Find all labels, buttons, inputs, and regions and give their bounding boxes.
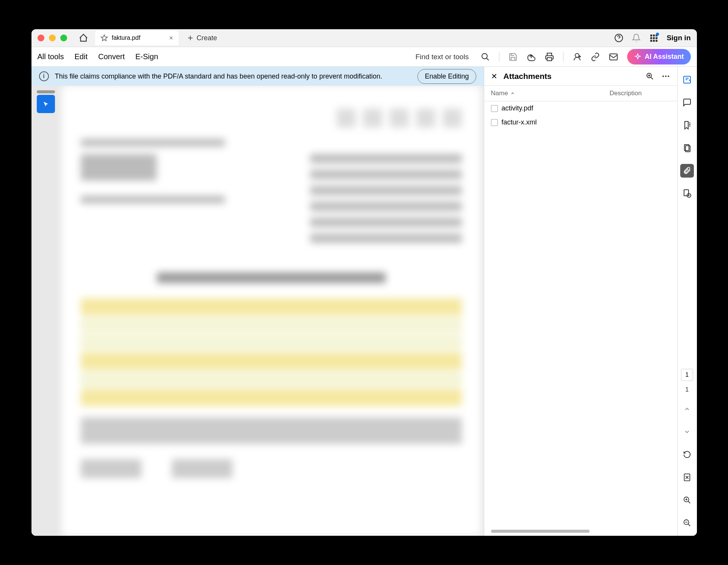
svg-rect-1	[650, 35, 652, 36]
menu-edit[interactable]: Edit	[75, 52, 88, 61]
plus-icon	[187, 35, 194, 41]
svg-rect-9	[656, 40, 657, 42]
create-label: Create	[197, 34, 217, 42]
email-icon[interactable]	[609, 52, 618, 61]
titlebar-right: Sign in	[614, 33, 690, 42]
close-tab-button[interactable]: ×	[169, 34, 173, 42]
sparkle-icon	[634, 53, 642, 61]
selection-tool-button[interactable]	[37, 95, 55, 113]
standards-button[interactable]	[680, 187, 694, 200]
svg-rect-6	[656, 37, 657, 39]
ai-assistant-button[interactable]: AI Assistant	[627, 49, 690, 65]
tab-filename: faktura.pdf	[112, 35, 141, 41]
signin-button[interactable]: Sign in	[667, 34, 690, 42]
right-rail: 1 1	[677, 67, 697, 536]
divider	[563, 52, 563, 61]
maximize-window-button[interactable]	[60, 35, 67, 41]
bookmarks-button[interactable]	[680, 118, 694, 132]
comments-button[interactable]	[680, 96, 694, 109]
attachment-row[interactable]: activity.pdf	[484, 101, 677, 115]
panel-scrollbar[interactable]	[491, 530, 590, 533]
document-tab[interactable]: faktura.pdf ×	[95, 31, 179, 45]
link-icon[interactable]	[591, 52, 600, 61]
menu-convert[interactable]: Convert	[98, 52, 125, 61]
document-viewport[interactable]	[31, 86, 484, 536]
info-icon: i	[39, 71, 49, 81]
panel-column-headers: Name Description	[484, 86, 677, 101]
attachments-button[interactable]	[680, 164, 694, 178]
notification-icon[interactable]	[632, 33, 641, 42]
page-down-button[interactable]	[680, 425, 694, 439]
content-area: i This file claims compliance with the P…	[31, 67, 697, 536]
xml-file-icon	[491, 119, 498, 126]
minimize-window-button[interactable]	[49, 35, 56, 41]
find-label: Find text or tools	[416, 53, 469, 61]
page-up-button[interactable]	[680, 402, 694, 416]
apps-button[interactable]	[649, 33, 658, 42]
toolbar-menus: All tools Edit Convert E-Sign	[38, 52, 158, 61]
print-icon[interactable]	[545, 52, 554, 61]
page-number-input[interactable]: 1	[681, 369, 693, 381]
sort-asc-icon	[510, 91, 515, 96]
share-user-icon[interactable]	[573, 52, 582, 61]
column-description-header[interactable]: Description	[610, 90, 670, 97]
svg-point-10	[482, 54, 487, 59]
upload-icon[interactable]	[527, 52, 536, 61]
divider	[499, 52, 499, 61]
menu-esign[interactable]: E-Sign	[135, 52, 158, 61]
svg-point-15	[665, 76, 667, 77]
svg-rect-5	[653, 37, 655, 39]
home-icon	[78, 33, 88, 43]
pdf-file-icon	[491, 105, 498, 112]
svg-rect-20	[684, 190, 689, 196]
svg-rect-3	[656, 35, 657, 36]
panel-title: Attachments	[504, 72, 552, 81]
svg-rect-4	[650, 37, 652, 39]
toolbar: All tools Edit Convert E-Sign Find text …	[31, 47, 697, 67]
zoom-out-button[interactable]	[680, 516, 694, 530]
ai-assistant-label: AI Assistant	[645, 53, 684, 61]
pdf-page	[62, 86, 481, 536]
panel-close-button[interactable]: ✕	[491, 72, 497, 81]
fit-page-button[interactable]	[680, 471, 694, 484]
star-icon	[100, 34, 108, 42]
svg-rect-12	[610, 54, 617, 60]
app-window: faktura.pdf × Create Sign in All tools E…	[31, 29, 697, 536]
svg-rect-2	[653, 35, 655, 36]
attachments-panel: ✕ Attachments Name Description activity.…	[484, 67, 677, 536]
rotate-button[interactable]	[680, 448, 694, 461]
svg-point-11	[575, 54, 579, 57]
toolbar-drag-handle[interactable]	[37, 90, 55, 93]
apps-icon	[649, 33, 658, 42]
save-icon[interactable]	[508, 52, 518, 61]
attachment-name: factur-x.xml	[502, 118, 537, 126]
document-area: i This file claims compliance with the P…	[31, 67, 484, 536]
svg-point-14	[662, 76, 664, 77]
traffic-lights	[38, 35, 67, 41]
info-message: This file claims compliance with the PDF…	[55, 72, 382, 80]
attachment-name: activity.pdf	[502, 104, 533, 112]
page-total: 1	[686, 386, 689, 393]
attachment-row[interactable]: factur-x.xml	[484, 115, 677, 129]
panel-header: ✕ Attachments	[484, 67, 677, 86]
generative-summary-button[interactable]	[680, 73, 694, 87]
home-button[interactable]	[75, 31, 92, 45]
search-attachments-icon[interactable]	[645, 72, 654, 81]
column-name-header[interactable]: Name	[491, 90, 610, 97]
thumbnails-button[interactable]	[680, 141, 694, 155]
selection-toolbar	[37, 90, 55, 113]
menu-all-tools[interactable]: All tools	[38, 52, 64, 61]
help-icon[interactable]	[614, 33, 623, 42]
create-tab-button[interactable]: Create	[182, 31, 223, 45]
zoom-in-button[interactable]	[680, 493, 694, 507]
svg-rect-7	[650, 40, 652, 42]
svg-point-16	[668, 76, 669, 77]
enable-editing-button[interactable]: Enable Editing	[417, 69, 476, 84]
titlebar: faktura.pdf × Create Sign in	[31, 29, 697, 47]
close-window-button[interactable]	[38, 35, 44, 41]
toolbar-actions: Find text or tools AI Assistant	[416, 49, 691, 65]
svg-rect-8	[653, 40, 655, 42]
more-options-icon[interactable]	[661, 72, 670, 81]
search-icon[interactable]	[481, 52, 490, 61]
pdf-a-info-bar: i This file claims compliance with the P…	[31, 67, 484, 86]
